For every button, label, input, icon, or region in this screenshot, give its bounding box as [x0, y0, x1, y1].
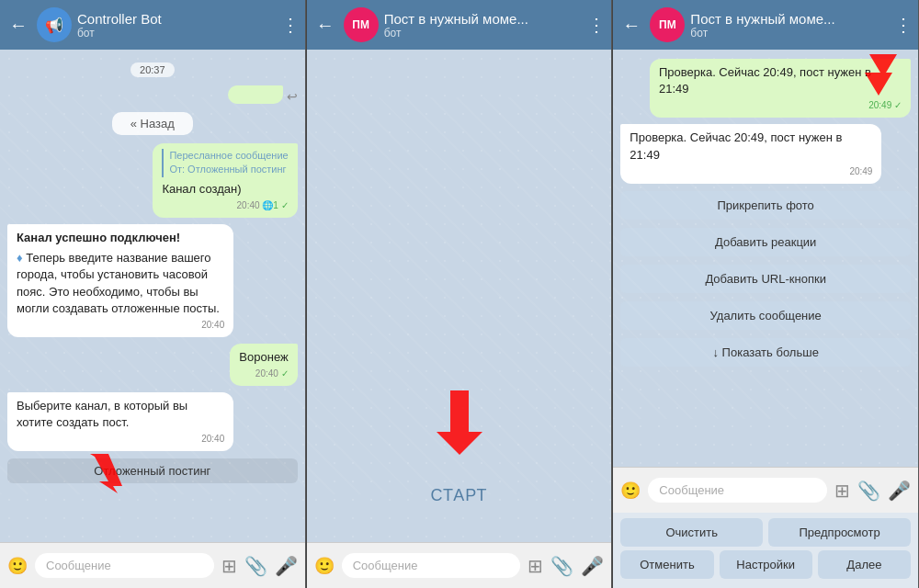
svg-marker-2 [865, 54, 897, 96]
red-arrow-p2 [427, 386, 492, 459]
keyboard-icon-p1[interactable]: ⊞ [221, 555, 237, 577]
forward-text: Канал создан) [162, 181, 288, 198]
header-title-p2: Пост в нужный моме... [384, 11, 550, 27]
header-title-p1: Controller Bot [77, 11, 243, 27]
chat-area-p2: СТАРТ [307, 50, 612, 542]
inline-btn-container: Отложенный постинг [7, 456, 298, 486]
preview-btn[interactable]: Предпросмотр [768, 518, 911, 547]
action-row-1: Очистить Предпросмотр [620, 518, 911, 547]
bubble-check-incoming: Проверка. Сейчас 20:49, пост нужен в 21:… [620, 124, 881, 183]
check-incoming-text: Проверка. Сейчас 20:49, пост нужен в 21:… [630, 130, 872, 163]
delete-message-btn[interactable]: Удалить сообщение [620, 301, 911, 330]
msg-row-forwarded: Пересланное сообщениеОт: Отложенный пост… [7, 143, 298, 218]
input-bar-p3: 🙂 Сообщение ⊞ 📎 🎤 [613, 467, 918, 513]
msg-row-check-top: Проверка. Сейчас 20:49, пост нужен в 21:… [620, 59, 911, 118]
bubble-choose: Выберите канал, в который вы хотите созд… [7, 392, 233, 451]
panel-post-timing: ← ПМ Пост в нужный моме... бот ⋮ СТАРТ 🙂… [307, 0, 613, 588]
attach-icon-p2[interactable]: 📎 [550, 555, 573, 577]
cancel-btn[interactable]: Отменить [620, 550, 713, 579]
header-sub-p2: бот [384, 27, 583, 40]
keyboard-icon-p2[interactable]: ⊞ [528, 555, 543, 577]
bubble-empty [228, 85, 283, 104]
header-info-p3: Пост в нужный моме... бот [690, 11, 889, 40]
avatar-p2: ПМ [344, 7, 379, 42]
mic-icon-p3[interactable]: 🎤 [888, 480, 911, 502]
attach-icon-p1[interactable]: 📎 [244, 555, 267, 577]
message-input-p1[interactable]: Сообщение [35, 553, 214, 578]
emoji-icon-p1[interactable]: 🙂 [7, 556, 28, 576]
header-sub-p1: бот [77, 27, 276, 40]
menu-icon-p2[interactable]: ⋮ [587, 14, 606, 36]
clear-btn[interactable]: Очистить [620, 518, 763, 547]
bottom-bar-p2: 🙂 Сообщение ⊞ 📎 🎤 [307, 542, 612, 588]
menu-icon-p1[interactable]: ⋮ [281, 14, 300, 36]
show-more-btn[interactable]: ↓ Показать больше [620, 338, 911, 367]
back-system-btn[interactable]: « Назад [7, 112, 298, 135]
voronezh-text: Воронеж [239, 349, 288, 366]
bottom-area-p3: 🙂 Сообщение ⊞ 📎 🎤 Очистить Предпросмотр … [613, 467, 918, 588]
keyboard-icon-p3[interactable]: ⊞ [834, 480, 850, 502]
panel3-header: ← ПМ Пост в нужный моме... бот ⋮ [613, 0, 918, 50]
svg-marker-0 [90, 454, 122, 493]
chat-area-p3: Проверка. Сейчас 20:49, пост нужен в 21:… [613, 50, 918, 467]
header-info-p1: Controller Bot бот [77, 11, 276, 40]
msg-row-check-incoming: Проверка. Сейчас 20:49, пост нужен в 21:… [620, 124, 911, 183]
bubble-voronezh: Воронеж 20:40 ✓ [230, 344, 297, 386]
action-buttons-area: Очистить Предпросмотр Отменить Настройки… [613, 513, 918, 588]
settings-btn[interactable]: Настройки [720, 550, 812, 579]
avatar-p3: ПМ [650, 7, 685, 42]
delayed-posting-btn[interactable]: Отложенный постинг [7, 458, 298, 483]
attach-icon-p3[interactable]: 📎 [857, 480, 880, 502]
msg-row-voronezh: Воронеж 20:40 ✓ [7, 344, 298, 386]
back-button-p1[interactable]: ← [6, 11, 31, 40]
panel2-header: ← ПМ Пост в нужный моме... бот ⋮ [307, 0, 612, 50]
mic-icon-p2[interactable]: 🎤 [581, 555, 604, 577]
bubble-forwarded: Пересланное сообщениеОт: Отложенный пост… [153, 143, 297, 218]
forward-label: Пересланное сообщениеОт: Отложенный пост… [162, 149, 288, 177]
start-button[interactable]: СТАРТ [431, 486, 488, 505]
chat-area-p1: 20:37 ↩ « Назад Пересланное сообщениеОт:… [0, 50, 305, 542]
action-row-2: Отменить Настройки Далее [620, 550, 911, 579]
connected-text: ♦ Теперь введите название вашего города,… [17, 250, 224, 317]
add-url-btn[interactable]: Добавить URL-кнопки [620, 265, 911, 293]
message-input-p3[interactable]: Сообщение [648, 478, 827, 503]
header-info-p2: Пост в нужный моме... бот [384, 11, 583, 40]
bottom-bar-p1: 🙂 Сообщение ⊞ 📎 🎤 [0, 542, 305, 588]
avatar-p1: 📢 [37, 7, 72, 42]
choose-text: Выберите канал, в который вы хотите созд… [17, 398, 224, 431]
menu-icon-p3[interactable]: ⋮ [894, 14, 913, 36]
back-label[interactable]: « Назад [112, 112, 193, 135]
bubble-connected: Канал успешно подключен! ♦ Теперь введит… [7, 224, 233, 337]
add-reactions-btn[interactable]: Добавить реакции [620, 228, 911, 256]
panel-controller-bot: ← 📢 Controller Bot бот ⋮ 20:37 ↩ « Назад… [0, 0, 306, 588]
timestamp-1: 20:37 [7, 61, 298, 77]
attach-photo-btn[interactable]: Прикрепить фото [620, 191, 911, 220]
message-input-p2[interactable]: Сообщение [342, 553, 521, 578]
header-title-p3: Пост в нужный моме... [690, 11, 856, 27]
emoji-icon-p3[interactable]: 🙂 [620, 481, 641, 501]
msg-row-choose: Выберите канал, в который вы хотите созд… [7, 392, 298, 451]
next-btn[interactable]: Далее [818, 550, 911, 579]
back-button-p2[interactable]: ← [312, 11, 338, 40]
msg-row-connected: Канал успешно подключен! ♦ Теперь введит… [7, 224, 298, 337]
emoji-icon-p2[interactable]: 🙂 [314, 556, 335, 576]
msg-row-empty: ↩ [7, 85, 298, 104]
header-sub-p3: бот [690, 27, 889, 40]
back-button-p3[interactable]: ← [618, 11, 644, 40]
svg-marker-1 [437, 390, 482, 455]
panel-post-options: ← ПМ Пост в нужный моме... бот ⋮ Проверк… [613, 0, 919, 588]
panel1-header: ← 📢 Controller Bot бот ⋮ [0, 0, 305, 50]
red-arrow-p1 [62, 449, 136, 495]
red-arrow-p3 [851, 50, 906, 100]
connected-bold: Канал успешно подключен! [17, 230, 224, 246]
mic-icon-p1[interactable]: 🎤 [275, 555, 298, 577]
